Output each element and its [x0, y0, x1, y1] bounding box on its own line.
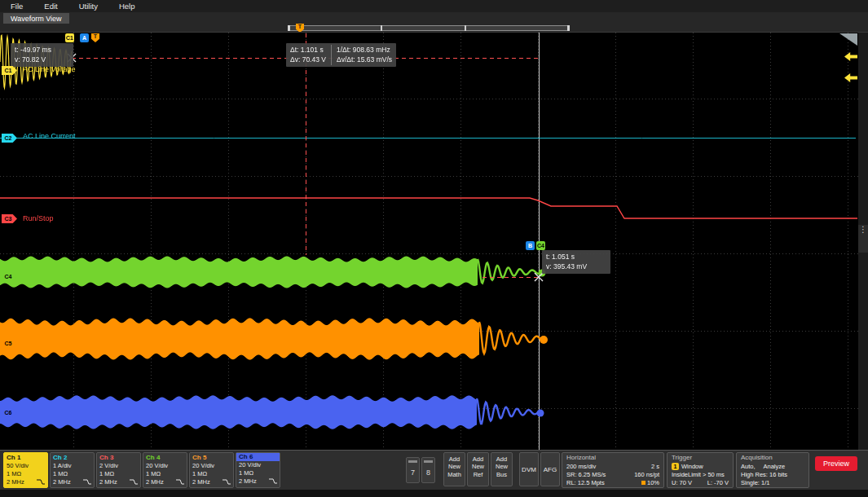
channel-scale: 20 V/div: [192, 462, 231, 470]
preview-button[interactable]: Preview: [815, 456, 857, 471]
vertical-scrollbar[interactable]: ⋮: [858, 33, 868, 451]
trigger-detail: InsideLimit > 50 ms: [672, 471, 729, 479]
channel-impedance: 1 MΩ: [192, 470, 231, 478]
bandwidth-limit-icon: [37, 479, 45, 485]
horizontal-title: Horizontal: [566, 454, 659, 463]
channel-7-label: 7: [411, 468, 415, 477]
horizontal-length: 2 s: [651, 463, 659, 471]
channel-scale: 50 V/div: [7, 462, 45, 470]
add-math-line3: Math: [444, 471, 465, 478]
bandwidth-limit-icon: [223, 479, 231, 485]
channel-badge-ch6[interactable]: Ch 6 20 V/div 1 MΩ 2 MHz: [236, 452, 280, 488]
trigger-lower-level: L: -70 V: [707, 479, 729, 487]
cursor-b-time: t: 1.051 s: [546, 252, 606, 262]
cursor-a-channel-badge[interactable]: C1: [65, 33, 74, 42]
trigger-position-icon: [641, 481, 645, 485]
delta-v: Δv: 70.43 V: [290, 55, 326, 64]
channel-impedance: 1 MΩ: [53, 470, 91, 478]
menu-bar: File Edit Utility Help: [0, 0, 868, 12]
trigger-panel[interactable]: Trigger 1Window InsideLimit > 50 ms U: 7…: [667, 452, 734, 488]
label-run-stop: Run/Stop: [23, 214, 54, 222]
add-new-math-button[interactable]: Add New Math: [443, 452, 465, 486]
channel-badge-ch1[interactable]: Ch 1 50 V/div 1 MΩ 2 MHz: [3, 452, 48, 488]
bandwidth-limit-icon: [269, 478, 277, 484]
dvm-button[interactable]: DVM: [519, 452, 539, 486]
channel-8-indicator: [424, 460, 433, 463]
channel-bandwidth: 2 MHz: [99, 478, 117, 486]
acquisition-detail: High Res: 16 bits: [741, 471, 804, 479]
channel-name: Ch 5: [192, 454, 231, 462]
cursor-a-time: t: -49.97 ms: [15, 45, 69, 55]
add-bus-line2: New: [491, 463, 512, 470]
bottombar-spacer: [282, 451, 406, 451]
add-bus-line1: Add: [491, 455, 512, 463]
channel-impedance: 1 MΩ: [7, 470, 45, 478]
acquisition-analyze: Analyze: [764, 463, 786, 471]
channel-8-button[interactable]: 8: [421, 457, 435, 483]
tab-waveform-view[interactable]: Waveform View: [3, 13, 69, 24]
bandwidth-limit-icon: [83, 479, 91, 485]
acquisition-panel[interactable]: Acquisition Auto, Analyze High Res: 16 b…: [736, 452, 809, 488]
channel-badge-ch4[interactable]: Ch 4 20 V/div 1 MΩ 2 MHz: [143, 452, 187, 488]
trigger-mode: Window: [681, 463, 703, 470]
menu-edit[interactable]: Edit: [44, 2, 57, 11]
oscilloscope-app: File Edit Utility Help Waveform View T C…: [0, 0, 868, 497]
scrollbar-handle[interactable]: ⋮: [858, 225, 868, 253]
trigger-source-badge: 1: [672, 463, 679, 470]
menu-utility[interactable]: Utility: [79, 2, 98, 11]
channel-name: Ch 1: [7, 454, 45, 462]
acquisition-title: Acquisition: [741, 454, 804, 463]
minimap-window-tick-left: [381, 25, 382, 31]
channel-impedance: 1 MΩ: [99, 470, 138, 478]
channel-name: Ch 4: [146, 454, 184, 462]
minimap-left-bracket: [288, 25, 290, 31]
horizontal-position: 10%: [641, 479, 659, 487]
delta-col-1: Δt: 1.101 s Δv: 70.43 V: [290, 45, 326, 65]
delta-t: Δt: 1.101 s: [290, 45, 326, 55]
header-strip: Waveform View T: [0, 12, 868, 32]
bandwidth-limit-icon: [176, 479, 184, 485]
afg-button[interactable]: AFG: [540, 452, 560, 486]
add-math-line1: Add: [444, 455, 465, 463]
cursor-b-badge[interactable]: B: [526, 241, 535, 250]
horizontal-panel[interactable]: Horizontal 200 ms/div 2 s SR: 6.25 MS/s …: [562, 452, 664, 488]
add-math-line2: New: [444, 463, 465, 470]
channel-name: Ch 2: [53, 454, 91, 462]
acquisition-status: Single: 1/1: [741, 479, 804, 487]
waveform-canvas[interactable]: [0, 33, 868, 451]
cursor-b-voltage: v: 395.43 mV: [546, 262, 606, 271]
add-bus-line3: Bus: [491, 471, 512, 478]
channel-bandwidth: 2 MHz: [7, 478, 24, 486]
acquisition-mode: Auto,: [741, 463, 756, 471]
add-new-bus-button[interactable]: Add New Bus: [491, 452, 513, 486]
channel-bandwidth: 2 MHz: [239, 477, 257, 486]
label-ac-line-voltage: AC Line Voltage: [23, 65, 76, 73]
label-ac-line-current: AC Line Current: [23, 132, 76, 140]
channel-impedance: 1 MΩ: [146, 470, 184, 478]
minimap-window-tick-right: [465, 25, 466, 31]
cursor-a-badge[interactable]: A: [80, 33, 89, 42]
horizontal-position-bar[interactable]: T: [288, 25, 570, 31]
channel-scale: 20 V/div: [146, 462, 184, 470]
channel-badge-ch2[interactable]: Ch 2 1 A/div 1 MΩ 2 MHz: [50, 452, 95, 488]
channel-badge-ch3[interactable]: Ch 3 2 V/div 1 MΩ 2 MHz: [96, 452, 141, 488]
channel-scale: 2 V/div: [99, 462, 138, 470]
cursor-b-readout: t: 1.051 s v: 395.43 mV: [542, 250, 610, 274]
horizontal-scale: 200 ms/div: [566, 463, 596, 471]
add-ref-line1: Add: [468, 455, 488, 463]
channel-bandwidth: 2 MHz: [146, 478, 164, 486]
inverse-delta-t: 1/Δt: 908.63 mHz: [337, 45, 392, 55]
add-new-ref-button[interactable]: Add New Ref: [467, 452, 489, 486]
menu-help[interactable]: Help: [119, 2, 135, 11]
channel-badge-ch5[interactable]: Ch 5 20 V/div 1 MΩ 2 MHz: [189, 452, 234, 488]
channel-bandwidth: 2 MHz: [192, 478, 210, 486]
channel-name: Ch 6: [236, 453, 280, 461]
horizontal-position-value: 10%: [647, 479, 659, 486]
channel-8-label: 8: [426, 468, 430, 477]
add-ref-line3: Ref: [468, 471, 488, 478]
channel-7-indicator: [408, 460, 417, 463]
channel-7-button[interactable]: 7: [406, 457, 420, 483]
settings-bar: Ch 1 50 V/div 1 MΩ 2 MHz Ch 2 1 A/div 1 …: [0, 450, 868, 490]
cursor-b-channel-badge[interactable]: C4: [536, 241, 545, 250]
menu-file[interactable]: File: [11, 2, 23, 11]
